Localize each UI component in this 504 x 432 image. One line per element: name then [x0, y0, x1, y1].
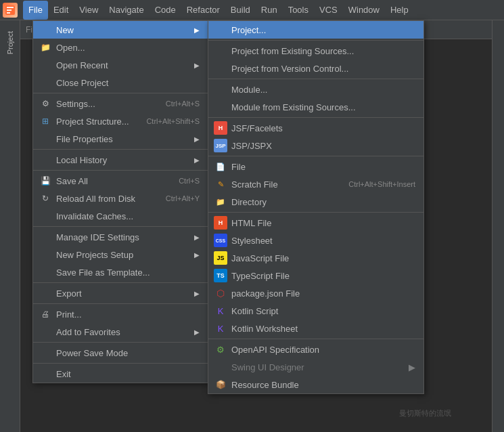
new-separator-4 [208, 156, 423, 156]
file-props-arrow-icon: ▶ [194, 135, 200, 143]
open-recent-icon [39, 58, 52, 72]
jsp-icon: JSP [214, 139, 227, 152]
separator-7 [33, 342, 208, 343]
new-menu-item-module[interactable]: Module... [208, 81, 423, 98]
file-menu-item-power-save[interactable]: Power Save Mode [33, 344, 208, 362]
manage-ide-icon [39, 230, 52, 244]
file-menu-item-new-projects[interactable]: New Projects Setup ▶ [33, 246, 208, 263]
file-menu-item-settings[interactable]: ⚙ Settings... Ctrl+Alt+S [33, 95, 208, 112]
file-menu-item-save-template[interactable]: Save File as Template... [33, 263, 208, 281]
kotlin-worksheet-icon: K [214, 322, 227, 335]
new-menu-js-label: JavaScript File [231, 253, 415, 263]
file-menu-item-close[interactable]: Close Project [33, 74, 208, 91]
new-menu-item-js[interactable]: JS JavaScript File [208, 249, 423, 267]
new-menu-stylesheet-label: Stylesheet [231, 236, 415, 246]
menu-navigate[interactable]: Navigate [104, 1, 149, 20]
separator-6 [33, 303, 208, 304]
file-menu-item-local-history[interactable]: Local History ▶ [33, 151, 208, 169]
new-separator-2 [208, 79, 423, 79]
separator-4 [33, 226, 208, 227]
css-icon: CSS [214, 234, 227, 247]
file-menu-local-history-label: Local History [56, 155, 191, 165]
new-menu-item-project[interactable]: Project... [208, 21, 423, 39]
file-menu-exit-label: Exit [56, 369, 200, 379]
new-menu-item-swing[interactable]: Swing UI Designer ▶ [208, 358, 423, 376]
new-submenu-dropdown: Project... Project from Existing Sources… [208, 20, 424, 394]
new-menu-swing-label: Swing UI Designer [231, 362, 409, 372]
new-menu-item-jsf[interactable]: H JSF/Facelets [208, 119, 423, 137]
file-icon: 📄 [214, 160, 227, 173]
new-menu-item-resource-bundle[interactable]: 📦 Resource Bundle [208, 376, 423, 393]
open-recent-arrow-icon: ▶ [194, 62, 200, 69]
sidebar-tab-project[interactable]: Project [3, 26, 17, 60]
file-menu-item-open[interactable]: 📁 Open... [33, 39, 208, 56]
new-arrow-icon: ▶ [194, 26, 200, 34]
file-menu-item-manage-ide[interactable]: Manage IDE Settings ▶ [33, 228, 208, 246]
file-menu-save-all-label: Save All [56, 176, 162, 186]
file-menu-item-invalidate[interactable]: Invalidate Caches... [33, 207, 208, 225]
menu-view[interactable]: View [74, 1, 104, 20]
project-structure-icon: ⊞ [39, 114, 52, 128]
file-menu-project-structure-label: Project Structure... [56, 116, 130, 127]
file-menu-export-label: Export [56, 288, 191, 299]
new-menu-item-package-json[interactable]: ⬡ package.json File [208, 284, 423, 302]
menu-tools[interactable]: Tools [283, 1, 314, 20]
close-icon [39, 76, 52, 89]
save-all-shortcut: Ctrl+S [179, 177, 200, 185]
file-menu-item-export[interactable]: Export ▶ [33, 284, 208, 302]
menu-build[interactable]: Build [225, 1, 256, 20]
menu-file[interactable]: File [23, 1, 48, 20]
file-menu-item-project-structure[interactable]: ⊞ Project Structure... Ctrl+Alt+Shift+S [33, 112, 208, 130]
new-menu-item-jsp[interactable]: JSP JSP/JSPX [208, 137, 423, 154]
settings-shortcut: Ctrl+Alt+S [166, 100, 200, 108]
new-menu-ts-label: TypeScript File [231, 271, 415, 281]
new-menu-item-module-existing[interactable]: Module from Existing Sources... [208, 98, 423, 116]
separator-1 [33, 93, 208, 93]
menu-run[interactable]: Run [256, 1, 283, 20]
menu-vcs[interactable]: VCS [314, 1, 343, 20]
new-menu-item-kotlin-worksheet[interactable]: K Kotlin Worksheet [208, 320, 423, 337]
save-icon: 💾 [39, 174, 52, 188]
new-menu-item-directory[interactable]: 📁 Directory [208, 193, 423, 211]
new-projects-arrow-icon: ▶ [194, 251, 200, 259]
file-menu-item-exit[interactable]: Exit [33, 365, 208, 383]
file-menu-power-save-label: Power Save Mode [56, 348, 200, 358]
svg-rect-2 [7, 9, 12, 11]
file-menu-item-print[interactable]: 🖨 Print... [33, 305, 208, 323]
file-menu-item-favorites[interactable]: Add to Favorites ▶ [33, 323, 208, 341]
new-menu-item-openapi[interactable]: ⚙ OpenAPI Specification [208, 341, 423, 358]
file-menu-item-reload[interactable]: ↻ Reload All from Disk Ctrl+Alt+Y [33, 190, 208, 207]
new-menu-item-file[interactable]: 📄 File [208, 158, 423, 175]
save-template-icon [39, 265, 52, 279]
print-icon: 🖨 [39, 307, 52, 321]
ts-icon: TS [214, 269, 227, 282]
menu-refactor[interactable]: Refactor [181, 1, 225, 20]
new-menu-item-scratch-file[interactable]: ✎ Scratch File Ctrl+Alt+Shift+Insert [208, 175, 423, 193]
new-menu-item-ts[interactable]: TS TypeScript File [208, 267, 423, 284]
file-menu-print-label: Print... [56, 309, 200, 320]
jsf-icon: H [214, 121, 227, 135]
new-menu-project-vcs-label: Project from Version Control... [231, 64, 415, 74]
reload-shortcut: Ctrl+Alt+Y [166, 194, 200, 202]
file-menu-item-new[interactable]: New ▶ [33, 21, 208, 39]
resource-bundle-icon: 📦 [214, 378, 227, 391]
new-menu-item-project-vcs[interactable]: Project from Version Control... [208, 60, 423, 77]
file-props-icon [39, 132, 52, 146]
project-icon [214, 23, 227, 37]
file-menu-item-open-recent[interactable]: Open Recent ▶ [33, 56, 208, 74]
menu-edit[interactable]: Edit [48, 1, 74, 20]
file-menu-item-file-props[interactable]: File Properties ▶ [33, 130, 208, 148]
new-menu-item-project-existing[interactable]: Project from Existing Sources... [208, 42, 423, 60]
new-menu-item-stylesheet[interactable]: CSS Stylesheet [208, 232, 423, 249]
menu-window[interactable]: Window [343, 1, 385, 20]
file-menu-item-save-all[interactable]: 💾 Save All Ctrl+S [33, 172, 208, 190]
new-menu-item-html[interactable]: H HTML File [208, 214, 423, 232]
new-menu-module-label: Module... [231, 85, 415, 95]
sidebar-left: Project [0, 20, 20, 432]
new-menu-item-kotlin-script[interactable]: K Kotlin Script [208, 302, 423, 320]
new-menu-project-label: Project... [231, 25, 415, 35]
menu-code[interactable]: Code [150, 1, 181, 20]
project-structure-shortcut: Ctrl+Alt+Shift+S [146, 117, 200, 125]
menu-help[interactable]: Help [385, 1, 414, 20]
file-menu-invalidate-label: Invalidate Caches... [56, 211, 200, 221]
